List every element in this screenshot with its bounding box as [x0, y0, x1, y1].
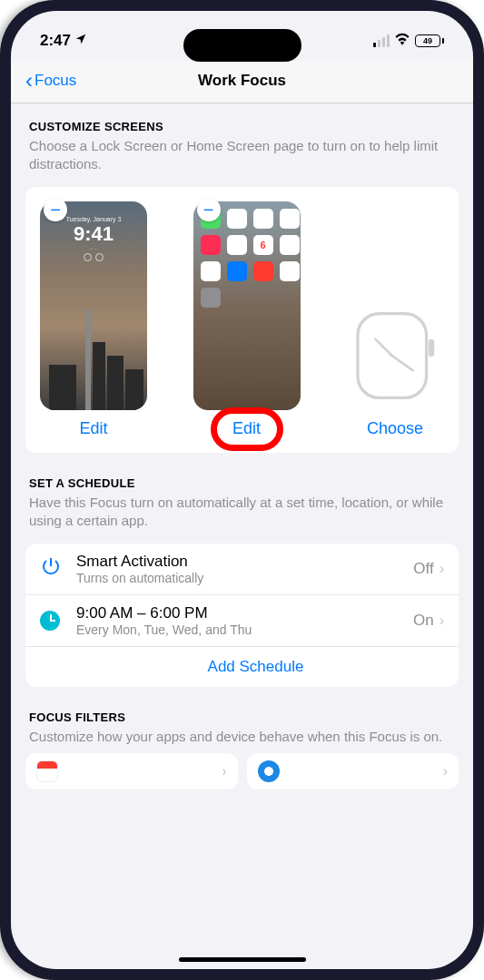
time-schedule-sub: Every Mon, Tue, Wed, and Thu [76, 622, 413, 637]
filters-desc: Customize how your apps and device behav… [29, 728, 455, 746]
svg-rect-1 [429, 339, 434, 357]
home-screen-preview[interactable]: 6 [193, 201, 301, 410]
back-button[interactable]: ‹ Focus [25, 68, 76, 93]
chevron-right-icon: › [440, 612, 444, 629]
schedule-desc: Have this Focus turn on automatically at… [29, 494, 455, 529]
schedule-list: Smart Activation Turns on automatically … [25, 544, 459, 687]
clock-icon [40, 611, 67, 631]
filters-header: FOCUS FILTERS [29, 710, 455, 724]
battery-icon: 49 [415, 34, 444, 47]
location-icon [74, 32, 87, 50]
schedule-header: SET A SCHEDULE [29, 476, 455, 490]
page-title: Work Focus [198, 72, 286, 90]
watch-item: Choose [346, 301, 444, 438]
lock-screen-item: Tuesday, January 3 9:41 ··· ··· − Edit [40, 201, 147, 438]
calendar-icon [36, 760, 58, 782]
phone-frame: 2:47 49 ‹ Focus [0, 0, 484, 980]
filter-calendar-button[interactable]: › [25, 753, 238, 789]
time-schedule-row[interactable]: 9:00 AM – 6:00 PM Every Mon, Tue, Wed, a… [25, 595, 459, 647]
customize-desc: Choose a Lock Screen or Home Screen page… [29, 137, 455, 172]
time-schedule-value: On [413, 612, 434, 630]
filter-safari-button[interactable]: › [247, 753, 459, 789]
screens-card: Tuesday, January 3 9:41 ··· ··· − Edit [25, 187, 459, 453]
lock-screen-preview[interactable]: Tuesday, January 3 9:41 ··· ··· [40, 201, 147, 410]
wifi-icon [394, 33, 410, 49]
smart-activation-sub: Turns on automatically [76, 571, 413, 585]
watch-icon [346, 301, 444, 410]
chevron-right-icon: › [443, 763, 448, 779]
customize-header: CUSTOMIZE SCREENS [29, 120, 455, 133]
home-indicator[interactable] [179, 957, 306, 962]
chevron-right-icon: › [440, 561, 444, 577]
smart-activation-value: Off [413, 560, 433, 578]
dynamic-island [183, 29, 301, 62]
chevron-right-icon: › [222, 763, 226, 779]
svg-line-2 [375, 339, 391, 356]
edit-lock-screen-button[interactable]: Edit [79, 419, 107, 438]
edit-home-screen-button[interactable]: Edit [232, 419, 261, 438]
content-scroll[interactable]: CUSTOMIZE SCREENS Choose a Lock Screen o… [11, 103, 473, 966]
safari-icon [258, 760, 280, 782]
power-icon [40, 555, 67, 583]
add-schedule-button[interactable]: Add Schedule [25, 647, 459, 687]
screen: 2:47 49 ‹ Focus [11, 11, 473, 969]
back-label: Focus [35, 72, 76, 90]
smart-activation-row[interactable]: Smart Activation Turns on automatically … [25, 544, 459, 595]
nav-bar: ‹ Focus Work Focus [11, 61, 473, 103]
home-screen-item: 6 − Edit [193, 201, 301, 438]
time-schedule-title: 9:00 AM – 6:00 PM [76, 604, 413, 622]
watch-preview[interactable] [346, 301, 444, 410]
status-time: 2:47 [40, 32, 71, 50]
smart-activation-title: Smart Activation [76, 553, 413, 571]
remove-home-screen-button[interactable]: − [197, 198, 221, 221]
choose-watch-button[interactable]: Choose [367, 419, 423, 438]
svg-line-3 [392, 356, 413, 370]
cellular-icon [373, 34, 390, 47]
remove-lock-screen-button[interactable]: − [44, 198, 67, 221]
chevron-left-icon: ‹ [25, 68, 33, 93]
